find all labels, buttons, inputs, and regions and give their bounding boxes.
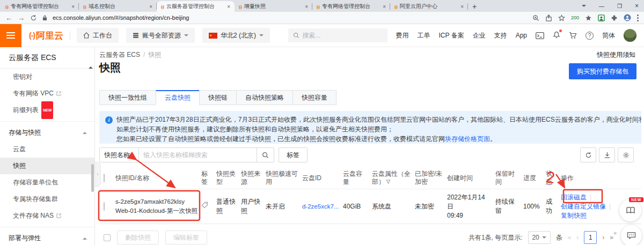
sidebar-item-prefix-lists[interactable]: 前缀列表 NEW — [0, 102, 94, 118]
rollback-disk-link[interactable]: 回滚磁盘 — [561, 194, 587, 201]
column-settings-gear-button[interactable] — [618, 147, 634, 162]
tag-filter-button[interactable]: 标签 — [279, 147, 308, 162]
tab-disk-snapshots-active[interactable]: 云盘快照 — [156, 90, 200, 105]
zoom-icon[interactable] — [532, 14, 539, 21]
notifications-bell-icon[interactable] — [553, 31, 560, 40]
browser-menu-icon[interactable] — [637, 14, 639, 21]
header-menu-item[interactable]: 工单 — [418, 31, 430, 40]
docs-widget-button[interactable] — [619, 199, 641, 221]
row-checkbox[interactable] — [104, 202, 105, 211]
browser-tab[interactable]: (-) 专有网络管理控制台 × — [1, 1, 79, 12]
header-menu-item[interactable]: 企业 — [473, 31, 486, 40]
user-avatar[interactable] — [624, 29, 636, 42]
url-text[interactable]: ecs.console.aliyun.com/#/snapshot/region… — [53, 14, 189, 21]
extension-person-icon[interactable] — [598, 14, 605, 21]
browser-tab[interactable]: (-) 阿里云用户中心 × — [390, 1, 468, 12]
feedback-chat-button[interactable] — [621, 225, 642, 245]
back-button[interactable]: ← — [5, 14, 12, 22]
create-custom-image-link[interactable]: 创建自定义镜像 — [561, 203, 606, 210]
bookmark-star-icon[interactable] — [558, 14, 565, 21]
tab-close-icon[interactable]: × — [71, 4, 75, 10]
sidebar-collapse-handle[interactable]: ‹ — [95, 162, 101, 187]
buy-storage-plan-button[interactable]: 购买预付费存储包 — [569, 63, 636, 79]
breadcrumb-root[interactable]: 云服务器 ECS — [99, 51, 140, 58]
hamburger-menu-icon[interactable] — [0, 24, 21, 47]
header-menu-item[interactable]: 费用 — [396, 31, 409, 40]
extensions-puzzle-icon[interactable] — [611, 14, 618, 21]
search-button[interactable] — [257, 147, 274, 162]
sidebar-item-nas[interactable]: 文件存储 NAS — [0, 207, 94, 224]
language-selector[interactable]: 简体 — [602, 31, 615, 40]
sidebar-item-keypairs[interactable]: 密钥对 — [0, 69, 94, 85]
tab-consistency-group[interactable]: 快照一致性组 — [99, 90, 156, 105]
widget-expand-icon[interactable]: » — [613, 229, 617, 236]
browser-tab[interactable]: (-) 专有网络管理控制台 × — [312, 1, 390, 12]
footer-select-all-checkbox[interactable] — [104, 234, 111, 241]
cart-icon[interactable] — [569, 32, 577, 39]
edit-tags-button[interactable]: 编辑标签 — [165, 231, 207, 244]
col-snapshot-id-name[interactable]: 快照ID/名称 — [115, 174, 201, 182]
banner-line-3-text: 您如果已经设置了自动快照策略或曾经创建过手动快照，已生成的快照会按照收费标准进行… — [116, 135, 445, 143]
refresh-button[interactable] — [30, 14, 37, 21]
browser-tab[interactable]: (-) 增量快照 × — [235, 1, 312, 12]
prev-page-button[interactable]: ‹ — [576, 234, 579, 241]
help-icon[interactable]: ? — [586, 32, 594, 40]
tab-close-icon[interactable]: × — [383, 4, 386, 10]
account-resources-button[interactable]: 账号全部资源 — [126, 28, 195, 43]
sidebar-item-dedicated-block-storage[interactable]: 专属块存储集群 — [0, 191, 94, 207]
extension-badge-icon[interactable] — [585, 14, 592, 21]
header-search-input[interactable] — [303, 32, 372, 39]
sidebar-item-snapshots[interactable]: 快照 — [0, 158, 94, 174]
tab-snapshot-chain[interactable]: 快照链 — [199, 90, 237, 105]
sidebar-section-deployment-elasticity[interactable]: 部署与弹性 — [0, 230, 94, 245]
forward-button[interactable]: → — [18, 14, 25, 22]
last-page-button[interactable]: » — [610, 234, 613, 241]
tab-close-icon[interactable]: × — [305, 4, 308, 10]
tag-icon[interactable] — [201, 202, 208, 209]
cloudshell-terminal-icon[interactable] — [536, 32, 544, 39]
select-all-checkbox[interactable] — [104, 174, 105, 182]
browser-tab[interactable]: (-) 域名控制台 × — [79, 1, 157, 12]
col-disk-attribute[interactable]: 云盘属性（全部） — [372, 170, 415, 186]
region-selector[interactable]: ★ 华北2 (北京) — [202, 28, 270, 43]
first-page-button[interactable]: « — [568, 234, 572, 241]
disk-id-link[interactable]: d-2ze5xck7... — [302, 203, 339, 210]
block-storage-pricing-link[interactable]: 块存储价格页面 — [445, 135, 490, 143]
page-size-select[interactable]: 20 — [528, 231, 551, 244]
sidebar-item-vpc[interactable]: 专有网络 VPC — [0, 85, 94, 102]
window-close-button[interactable]: × — [635, 2, 639, 10]
refresh-button[interactable] — [580, 147, 596, 162]
profile-avatar[interactable] — [624, 14, 631, 21]
share-icon[interactable] — [545, 14, 552, 21]
sidebar-item-storage-capacity-units[interactable]: 存储容量单位包 — [0, 174, 94, 191]
tab-close-icon[interactable]: × — [149, 4, 152, 10]
new-tab-button[interactable]: + — [472, 2, 477, 11]
filter-funnel-icon[interactable] — [386, 180, 391, 184]
header-menu-item[interactable]: App — [516, 32, 527, 39]
header-menu-item[interactable]: ICP 备案 — [439, 31, 464, 40]
aliyun-logo[interactable]: (-) 阿里云 — [29, 29, 63, 42]
tab-search-icon[interactable] — [582, 5, 586, 9]
window-restore-button[interactable]: ❐ — [617, 3, 622, 9]
browser-tab-active[interactable]: (-) 云服务器管理控制台 × — [157, 1, 235, 12]
filter-field-dropdown[interactable]: 快照名称 — [99, 147, 139, 162]
next-page-button[interactable]: › — [602, 234, 604, 241]
header-search[interactable] — [288, 28, 387, 42]
tab-snapshot-capacity[interactable]: 快照容量 — [292, 90, 336, 105]
snapshot-notice-link[interactable]: 快照使用须知 — [597, 50, 635, 60]
export-download-button[interactable] — [599, 147, 615, 162]
scrollbar-up-arrow[interactable] — [89, 64, 93, 69]
header-menu-item[interactable]: 支持 — [494, 31, 507, 40]
sidebar-item-disks[interactable]: 云盘 — [0, 141, 94, 158]
copy-snapshot-link[interactable]: 复制快照 — [561, 212, 587, 219]
sidebar-section-storage-snapshots[interactable]: 存储与快照 — [0, 124, 94, 141]
scrollbar-thumb[interactable] — [91, 164, 94, 192]
tab-auto-snapshot-policy[interactable]: 自动快照策略 — [236, 90, 293, 105]
workbench-button[interactable]: 工作台 — [77, 28, 119, 43]
tab-close-icon[interactable]: × — [460, 4, 464, 10]
delete-snapshot-button[interactable]: 删除快照 — [117, 231, 159, 244]
window-minimize-button[interactable]: — — [599, 3, 604, 9]
snapshot-search-input[interactable] — [139, 147, 257, 162]
current-page-box[interactable]: 1 — [584, 231, 597, 244]
tab-close-icon[interactable]: × — [227, 4, 230, 10]
